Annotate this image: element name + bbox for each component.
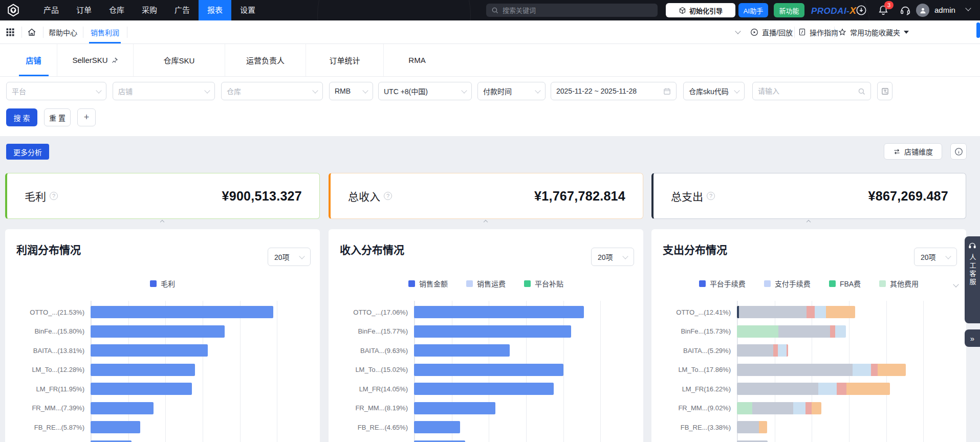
bar[interactable] [414, 383, 554, 395]
tab-订单统计[interactable]: 订单统计 [306, 44, 384, 76]
bar-row: LM_FR(14.05%) [329, 383, 554, 395]
time-type-select[interactable]: 付款时间 [477, 82, 546, 100]
tab-店铺[interactable]: 店铺 [10, 44, 57, 76]
bar[interactable] [414, 364, 563, 376]
bar[interactable] [737, 344, 788, 357]
bar[interactable] [91, 325, 225, 338]
info-button[interactable] [950, 143, 967, 160]
init-guide-button[interactable]: 初始化引导 [666, 3, 735, 17]
bar[interactable] [737, 364, 906, 376]
app-logo[interactable] [0, 0, 27, 20]
bar[interactable] [414, 440, 465, 442]
currency-select[interactable]: RMB [329, 82, 373, 100]
chevron-down-icon [96, 87, 101, 93]
bar[interactable] [414, 402, 495, 414]
warehouse-select[interactable]: 仓库 [221, 82, 323, 100]
legend-item[interactable]: 支付手续费 [764, 278, 811, 289]
bar-category-label: LM_To...(17.86%) [651, 366, 731, 373]
bar[interactable] [414, 306, 584, 318]
bar[interactable] [91, 402, 154, 414]
batch-input-button[interactable] [877, 82, 892, 100]
home-icon[interactable] [27, 28, 36, 37]
bar[interactable] [414, 344, 510, 357]
operation-guide-button[interactable]: 操作指南 [798, 20, 838, 43]
legend-item[interactable]: 平台手续费 [699, 278, 746, 289]
menu-item-4[interactable]: 采购 [133, 0, 166, 20]
tabs-chevron-down-icon[interactable] [736, 20, 746, 43]
bar[interactable] [414, 325, 571, 338]
bar[interactable] [91, 306, 273, 318]
help-icon[interactable]: ? [384, 192, 392, 200]
top-n-select[interactable]: 20项 [268, 248, 311, 266]
scrollbar-thumb[interactable] [976, 23, 980, 38]
tab-仓库SKU[interactable]: 仓库SKU [134, 44, 225, 76]
headset-icon[interactable] [900, 5, 911, 16]
legend-item[interactable]: 销售运费 [466, 278, 506, 289]
bar[interactable] [737, 306, 855, 318]
avatar[interactable] [916, 4, 929, 17]
customer-service-button[interactable]: 人工客服 [965, 236, 980, 323]
menu-item-1[interactable]: 产品 [35, 0, 68, 20]
bar[interactable] [414, 421, 460, 433]
bar[interactable] [737, 440, 768, 442]
bar[interactable] [737, 402, 821, 414]
download-icon[interactable] [856, 5, 867, 16]
ai-assistant-button[interactable]: AI助手 [738, 3, 768, 17]
card-collapse-handle[interactable] [476, 218, 495, 224]
menu-item-3[interactable]: 仓库 [100, 0, 133, 20]
apps-grid-icon[interactable] [6, 28, 15, 37]
help-icon[interactable]: ? [707, 192, 715, 200]
username[interactable]: admin [934, 6, 955, 14]
panel-collapse-button[interactable]: » [965, 329, 980, 347]
sku-input[interactable] [758, 87, 835, 95]
top-n-select[interactable]: 20项 [914, 248, 957, 266]
tab-RMA[interactable]: RMA [384, 44, 450, 76]
nav-search-input[interactable] [503, 7, 625, 14]
bar[interactable] [91, 383, 192, 395]
sku-field-select[interactable]: 仓库sku代码 [683, 82, 745, 100]
live-replay-button[interactable]: 直播/回放 [750, 20, 793, 43]
workspace-tab[interactable]: 帮助中心 [43, 20, 83, 43]
workspace-tab[interactable]: 销售利润 [83, 20, 127, 43]
menu-item-5[interactable]: 广告 [166, 0, 199, 20]
top-n-select[interactable]: 20项 [591, 248, 634, 266]
favorites-button[interactable]: 常用功能收藏夹 [838, 20, 909, 43]
menu-item-6[interactable]: 报表 [199, 0, 231, 20]
legend-item[interactable]: 其他费用 [879, 278, 919, 289]
bar[interactable] [737, 421, 767, 433]
brand-logo[interactable]: PRODAI-X [811, 5, 856, 16]
legend-item[interactable]: 销售金额 [408, 278, 448, 289]
live-replay-label: 直播/回放 [762, 27, 793, 37]
user-chevron-down-icon[interactable] [965, 5, 971, 11]
tab-运营负责人[interactable]: 运营负责人 [225, 44, 306, 76]
legend-item[interactable]: 平台补贴 [524, 278, 563, 289]
shop-dimension-button[interactable]: 店铺维度 [884, 143, 942, 160]
bar[interactable] [91, 440, 132, 442]
reset-button[interactable]: 重 置 [44, 108, 71, 126]
bar[interactable] [737, 325, 846, 338]
date-range-picker[interactable]: 2025-11-22 ~ 2025-11-28 [551, 82, 677, 100]
timezone-select[interactable]: UTC +8(中国) [378, 82, 472, 100]
bar[interactable] [737, 383, 890, 395]
help-icon[interactable]: ? [50, 192, 58, 200]
add-filter-button[interactable]: + [77, 108, 96, 126]
menu-item-2[interactable]: 订单 [68, 0, 100, 20]
nav-search[interactable] [486, 4, 658, 17]
legend-swatch [150, 280, 157, 287]
tab-SellerSKU[interactable]: SellerSKU [57, 44, 134, 76]
card-collapse-handle[interactable] [153, 218, 171, 224]
new-feature-button[interactable]: 新功能 [774, 3, 804, 17]
sku-search-box[interactable] [752, 82, 871, 100]
legend-item[interactable]: 毛利 [150, 278, 175, 289]
menu-item-7[interactable]: 设置 [231, 0, 264, 20]
legend-item[interactable]: FBA费 [829, 278, 861, 289]
platform-select[interactable]: 平台 [6, 82, 106, 100]
bar[interactable] [91, 344, 208, 357]
search-button[interactable]: 搜 索 [6, 108, 37, 126]
card-collapse-handle[interactable] [799, 218, 818, 224]
shop-select[interactable]: 店铺 [113, 82, 215, 100]
legend-more-chevron-icon[interactable] [954, 279, 958, 289]
more-analysis-button[interactable]: 更多分析 [6, 144, 49, 160]
bar[interactable] [91, 421, 140, 433]
bar[interactable] [91, 364, 195, 376]
